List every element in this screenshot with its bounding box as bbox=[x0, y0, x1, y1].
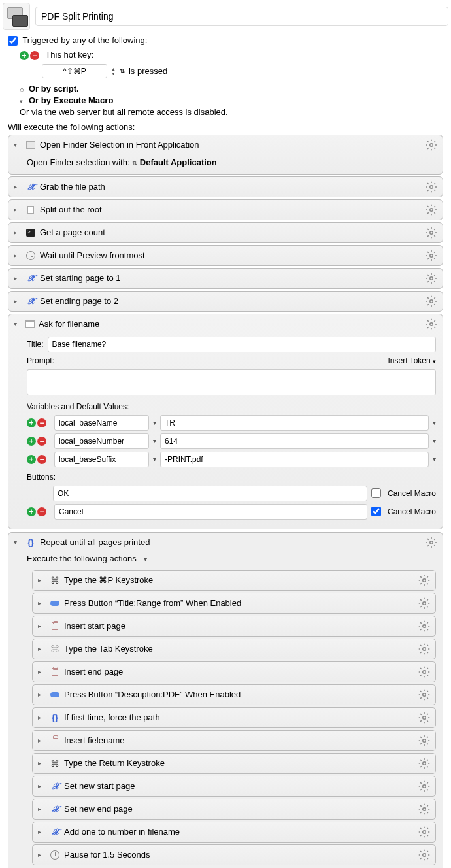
disclosure-toggle[interactable]: ▸ bbox=[38, 622, 46, 629]
action-ask-filename: ▾ Ask for filename Title: Prompt: Insert… bbox=[8, 314, 443, 529]
disclosure-toggle[interactable]: ▸ bbox=[38, 851, 46, 858]
disclosure-toggle[interactable]: ▸ bbox=[38, 691, 46, 698]
gear-icon[interactable] bbox=[418, 689, 430, 701]
gear-icon[interactable] bbox=[418, 826, 430, 838]
gear-icon[interactable] bbox=[418, 780, 430, 792]
disclosure-toggle[interactable]: ▸ bbox=[14, 252, 22, 259]
svg-point-3 bbox=[430, 231, 433, 234]
insert-token-button[interactable]: Insert Token ▾ bbox=[388, 356, 437, 365]
chevron-down-icon[interactable]: ▾ bbox=[153, 456, 156, 463]
chevron-down-icon[interactable]: ▾ bbox=[144, 556, 147, 563]
braces-icon: {} bbox=[25, 537, 36, 548]
hotkey-pressed-label: is pressed bbox=[129, 66, 167, 76]
gear-icon[interactable] bbox=[418, 849, 430, 861]
gear-icon[interactable] bbox=[426, 318, 437, 330]
disclosure-toggle[interactable]: ▸ bbox=[14, 297, 22, 305]
svg-point-14 bbox=[423, 693, 426, 696]
disclosure-toggle[interactable]: ▸ bbox=[38, 645, 46, 652]
variable-icon: 𝒳 bbox=[52, 827, 58, 837]
disclosure-toggle[interactable]: ▸ bbox=[38, 737, 46, 744]
gear-icon[interactable] bbox=[418, 666, 430, 678]
action-row: ▸ Insert fielename bbox=[32, 730, 436, 751]
prompt-label: Prompt: bbox=[27, 356, 54, 365]
gear-icon[interactable] bbox=[418, 735, 430, 746]
gear-icon[interactable] bbox=[418, 597, 430, 609]
gear-icon[interactable] bbox=[426, 204, 437, 216]
gear-icon[interactable] bbox=[418, 803, 430, 815]
variable-icon: 𝒳 bbox=[27, 273, 34, 284]
hotkey-field[interactable]: ^⇧⌘P bbox=[42, 64, 107, 78]
clock-icon bbox=[50, 850, 59, 860]
svg-point-4 bbox=[430, 254, 433, 257]
gear-icon[interactable] bbox=[426, 227, 437, 239]
action-row: ▸ Split out the root bbox=[8, 199, 443, 220]
add-variable-button[interactable]: + bbox=[27, 455, 36, 464]
chevron-down-icon[interactable]: ▾ bbox=[153, 437, 156, 444]
action-title: Set ending page to 2 bbox=[40, 296, 422, 306]
svg-point-9 bbox=[423, 578, 426, 582]
gear-icon[interactable] bbox=[418, 575, 430, 586]
disclosure-toggle[interactable]: ▸ bbox=[14, 275, 22, 282]
variable-value-input[interactable] bbox=[160, 452, 429, 467]
disclosure-toggle[interactable]: ▸ bbox=[38, 576, 46, 584]
disclosure-toggle[interactable]: ▸ bbox=[38, 782, 46, 790]
remove-button-button[interactable]: − bbox=[37, 507, 46, 516]
disclosure-toggle[interactable]: ▾ bbox=[14, 320, 22, 327]
gear-icon[interactable] bbox=[426, 273, 437, 284]
triggered-checkbox[interactable] bbox=[8, 36, 18, 46]
disclosure-toggle[interactable]: ▾ bbox=[14, 539, 22, 546]
cancel-macro-checkbox[interactable] bbox=[371, 507, 381, 516]
title-input[interactable] bbox=[48, 337, 436, 352]
svg-point-8 bbox=[430, 541, 433, 544]
gear-icon[interactable] bbox=[418, 643, 430, 655]
button-name-input[interactable] bbox=[54, 504, 367, 520]
remove-variable-button[interactable]: − bbox=[37, 437, 46, 446]
prompt-textarea[interactable] bbox=[27, 369, 436, 395]
add-trigger-button[interactable]: + bbox=[20, 51, 29, 60]
add-variable-button[interactable]: + bbox=[27, 437, 36, 446]
variable-name-input[interactable] bbox=[54, 452, 149, 467]
remove-variable-button[interactable]: − bbox=[37, 418, 46, 427]
gear-icon[interactable] bbox=[426, 181, 437, 193]
updown-icon[interactable]: ⇅ bbox=[132, 159, 137, 167]
disclosure-toggle[interactable]: ▸ bbox=[38, 805, 46, 812]
disclosure-toggle[interactable]: ▸ bbox=[38, 599, 46, 607]
cancel-macro-checkbox[interactable] bbox=[371, 488, 381, 498]
chevron-down-icon[interactable]: ▾ bbox=[433, 419, 436, 426]
hotkey-stepper[interactable]: ▲▼ bbox=[111, 67, 116, 76]
disclosure-toggle[interactable]: ▸ bbox=[38, 760, 46, 767]
action-row: ▸ Pause for 1.5 Seconds bbox=[32, 844, 436, 865]
disclosure-toggle[interactable]: ▾ bbox=[14, 141, 22, 148]
chevron-down-icon[interactable]: ▾ bbox=[153, 419, 156, 426]
variable-name-input[interactable] bbox=[54, 433, 149, 449]
svg-point-10 bbox=[423, 601, 426, 605]
svg-point-17 bbox=[423, 761, 426, 765]
chevron-down-icon[interactable]: ▾ bbox=[433, 437, 436, 444]
variable-value-input[interactable] bbox=[160, 415, 429, 431]
gear-icon[interactable] bbox=[426, 250, 437, 261]
variable-name-input[interactable] bbox=[54, 415, 149, 431]
add-button-button[interactable]: + bbox=[27, 507, 36, 516]
disclosure-toggle[interactable]: ▸ bbox=[38, 668, 46, 675]
gear-icon[interactable] bbox=[418, 620, 430, 632]
chevron-icon[interactable]: ◇ bbox=[20, 86, 26, 93]
disclosure-toggle[interactable]: ▸ bbox=[14, 229, 22, 236]
macro-title-input[interactable] bbox=[35, 7, 448, 26]
disclosure-toggle[interactable]: ▸ bbox=[38, 714, 46, 721]
chevron-down-icon[interactable]: ▾ bbox=[20, 98, 26, 105]
chevron-down-icon[interactable]: ▾ bbox=[433, 456, 436, 463]
gear-icon[interactable] bbox=[426, 295, 437, 307]
gear-icon[interactable] bbox=[426, 139, 437, 151]
action-open-finder: ▾ Open Finder Selection in Front Applica… bbox=[8, 135, 443, 175]
disclosure-toggle[interactable]: ▸ bbox=[14, 183, 22, 190]
gear-icon[interactable] bbox=[418, 712, 430, 724]
gear-icon[interactable] bbox=[426, 537, 437, 548]
add-variable-button[interactable]: + bbox=[27, 418, 36, 427]
gear-icon[interactable] bbox=[418, 758, 430, 769]
disclosure-toggle[interactable]: ▸ bbox=[38, 828, 46, 835]
remove-variable-button[interactable]: − bbox=[37, 455, 46, 464]
disclosure-toggle[interactable]: ▸ bbox=[14, 206, 22, 213]
button-name-input[interactable] bbox=[53, 486, 367, 501]
remove-trigger-button[interactable]: − bbox=[30, 51, 39, 60]
variable-value-input[interactable] bbox=[160, 433, 429, 449]
